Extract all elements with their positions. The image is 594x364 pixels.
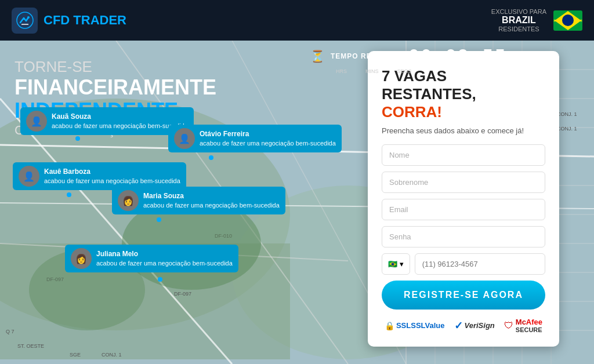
notif-card-4: 👩 Maria Souza acabou de fazer uma negoci… bbox=[112, 187, 285, 214]
timer-label: TEMPO RESTANTE bbox=[331, 52, 403, 60]
country-label: BRAZIL bbox=[491, 15, 546, 26]
notif-dot-4 bbox=[157, 217, 161, 222]
notif-avatar-1: 👤 bbox=[26, 111, 47, 132]
timer-digits: 00:09:55 bbox=[408, 45, 507, 67]
form-subtitle: Preencha seus dados abaixo e comece já! bbox=[382, 126, 545, 135]
segs-label: SEGS bbox=[397, 68, 412, 74]
notif-avatar-2: 👤 bbox=[174, 128, 195, 149]
logo-area: CFD TRADER bbox=[12, 8, 126, 34]
phone-row: 🇧🇷 ▾ bbox=[382, 253, 545, 275]
notif-text-4: Maria Souza acabou de fazer uma negociaç… bbox=[143, 192, 280, 209]
notif-card-5: 👩 Juliana Melo acabou de fazer uma negoc… bbox=[65, 245, 238, 272]
residentes-label: RESIDENTES bbox=[491, 26, 546, 32]
timer-icon: ⏳ bbox=[310, 49, 325, 63]
svg-text:SGE: SGE bbox=[70, 352, 81, 358]
notif-card-3: 👤 Kauê Barboza acabou de fazer uma negoc… bbox=[13, 162, 186, 190]
notif-text-5: Juliana Melo acabou de fazer uma negocia… bbox=[96, 250, 233, 267]
phone-flag-selector[interactable]: 🇧🇷 ▾ bbox=[382, 253, 410, 275]
shield-icon: 🛡 bbox=[504, 321, 513, 331]
mcafee-badge: 🛡 McAfee SECURE bbox=[504, 318, 542, 334]
header: CFD TRADER EXCLUSIVO PARA BRAZIL RESIDEN… bbox=[0, 0, 594, 41]
timer-secs: 55 bbox=[482, 45, 507, 67]
svg-text:CONJ. 1: CONJ. 1 bbox=[102, 352, 122, 358]
registration-form: 7 VAGAS RESTANTES, CORRA! Preencha seus … bbox=[368, 51, 559, 347]
timer-hours: 00 bbox=[408, 45, 433, 67]
notif-avatar-4: 👩 bbox=[118, 190, 139, 211]
logo-trader: TRADER bbox=[73, 13, 126, 27]
lock-icon: 🔒 bbox=[385, 321, 394, 330]
form-vagas-text: 7 VAGAS RESTANTES, CORRA! bbox=[382, 67, 545, 122]
notif-avatar-3: 👤 bbox=[19, 166, 39, 187]
svg-text:CONJ. 1: CONJ. 1 bbox=[557, 111, 577, 117]
svg-text:Q 7: Q 7 bbox=[6, 329, 15, 334]
email-input[interactable] bbox=[382, 199, 545, 220]
svg-text:ST. OESTE: ST. OESTE bbox=[17, 343, 44, 349]
flag-circle bbox=[562, 14, 574, 26]
senha-input[interactable] bbox=[382, 226, 545, 247]
headline-line1: TORNE-SE bbox=[15, 58, 216, 76]
logo-text: CFD TRADER bbox=[44, 13, 126, 28]
brazil-flag bbox=[553, 10, 582, 31]
svg-point-1 bbox=[27, 16, 30, 19]
notif-text-3: Kauê Barboza acabou de fazer uma negocia… bbox=[44, 168, 180, 185]
check-icon: ✓ bbox=[454, 319, 463, 332]
svg-text:CONJ. 1: CONJ. 1 bbox=[557, 126, 577, 132]
notif-card-1: 👤 Kauã Souza acabou de fazer uma negocia… bbox=[20, 107, 194, 135]
timer-mins: 09 bbox=[446, 45, 470, 67]
notif-text-1: Kauã Souza acabou de fazer uma negociaçã… bbox=[52, 112, 188, 130]
nome-input[interactable] bbox=[382, 144, 545, 166]
mins-label: MINS bbox=[365, 68, 379, 74]
hrs-label: HRS bbox=[336, 68, 347, 74]
header-info: EXCLUSIVO PARA BRAZIL RESIDENTES bbox=[491, 8, 546, 32]
timer-area: ⏳ TEMPO RESTANTE 00:09:55 HRS MINS SEGS bbox=[310, 45, 507, 74]
headline-line2: FINANCEIRAMENTE bbox=[15, 76, 216, 99]
corra-label: CORRA! bbox=[382, 103, 442, 121]
notif-dot-5 bbox=[158, 277, 162, 282]
register-button[interactable]: REGISTRE-SE AGORA bbox=[382, 281, 545, 310]
notif-dot-3 bbox=[67, 192, 71, 197]
exclusivo-label: EXCLUSIVO PARA bbox=[491, 8, 546, 15]
notif-card-2: 👤 Otávio Ferreira acabou de fazer uma ne… bbox=[168, 125, 342, 152]
notif-dot-2 bbox=[209, 155, 213, 160]
notif-text-2: Otávio Ferreira acabou de fazer uma nego… bbox=[200, 130, 336, 147]
ssl-badge: 🔒 SSLSSLValue bbox=[385, 321, 445, 330]
logo-cfd: CFD bbox=[44, 13, 70, 27]
header-right: EXCLUSIVO PARA BRAZIL RESIDENTES bbox=[491, 8, 582, 32]
notif-avatar-5: 👩 bbox=[71, 248, 92, 269]
sobrenome-input[interactable] bbox=[382, 172, 545, 193]
phone-input[interactable] bbox=[415, 253, 545, 275]
logo-icon bbox=[12, 8, 38, 34]
svg-text:DF-097: DF-097 bbox=[174, 291, 191, 297]
security-badges: 🔒 SSLSSLValue ✓ VeriSign 🛡 McAfee SECURE bbox=[382, 318, 545, 334]
verisign-badge: ✓ VeriSign bbox=[454, 319, 495, 332]
